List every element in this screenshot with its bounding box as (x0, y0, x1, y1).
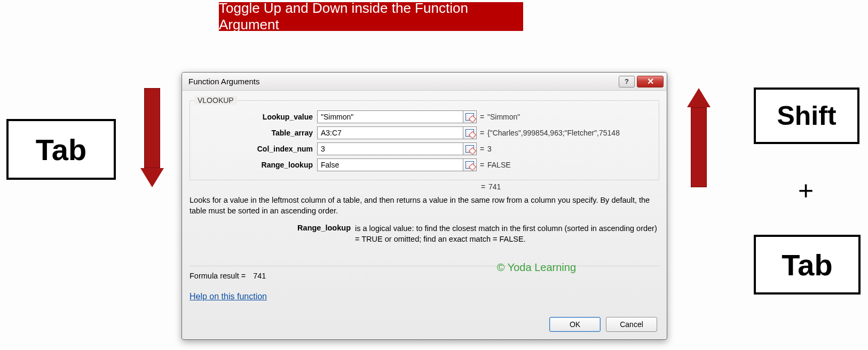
field-row-lookup-value: Lookup_value = "Simmon" (198, 110, 651, 123)
argument-help: Range_lookup is a logical value: to find… (190, 224, 659, 244)
field-row-table-array: Table_array = {"Charles",999854,963;"Fle… (198, 126, 651, 139)
range-picker-button[interactable] (463, 142, 477, 155)
cancel-button[interactable]: Cancel (606, 317, 657, 332)
key-shift: Shift (754, 88, 859, 144)
range-picker-icon (465, 161, 474, 169)
input-col-index[interactable] (317, 142, 463, 155)
argument-help-desc: is a logical value: to find the closest … (355, 224, 659, 244)
help-button[interactable]: ? (619, 76, 635, 88)
range-picker-button[interactable] (463, 158, 477, 171)
formula-result-value: 741 (253, 272, 266, 280)
divider (190, 266, 659, 266)
watermark: © Yoda Learning (497, 261, 576, 274)
arrow-up-icon (687, 88, 711, 187)
range-picker-button[interactable] (463, 126, 477, 139)
help-on-function-link[interactable]: Help on this function (190, 292, 267, 301)
field-row-col-index: Col_index_num = 3 (198, 142, 651, 155)
close-button[interactable]: ✕ (637, 76, 664, 88)
input-table-array[interactable] (317, 126, 463, 139)
final-result: 741 (488, 182, 659, 191)
label-range-lookup: Range_lookup (198, 161, 317, 169)
input-lookup-value[interactable] (317, 110, 463, 123)
dialog-title: Function Arguments (188, 77, 259, 86)
range-picker-icon (465, 129, 474, 137)
function-description: Looks for a value in the leftmost column… (190, 195, 659, 216)
preview-col-index: 3 (487, 145, 651, 153)
key-tab-right: Tab (754, 235, 861, 295)
preview-table-array: {"Charles",999854,963;"Fletcher",75148 (487, 129, 651, 137)
field-row-range-lookup: Range_lookup = FALSE (198, 158, 651, 171)
formula-result-label: Formula result = (190, 272, 246, 280)
range-picker-button[interactable] (463, 110, 477, 123)
arrow-down-icon (140, 88, 164, 187)
function-name: VLOOKUP (194, 96, 237, 105)
preview-lookup-value: "Simmon" (487, 113, 651, 121)
input-range-lookup[interactable] (317, 158, 463, 171)
range-picker-icon (465, 113, 474, 121)
preview-range-lookup: FALSE (487, 161, 651, 169)
instruction-banner: Toggle Up and Down inside the Function A… (219, 2, 523, 31)
label-table-array: Table_array (198, 129, 317, 137)
titlebar: Function Arguments ? ✕ (182, 73, 667, 91)
key-tab-left: Tab (6, 119, 116, 180)
vlookup-fieldset: VLOOKUP Lookup_value = "Simmon" Table_ar… (190, 100, 659, 180)
label-col-index: Col_index_num (198, 145, 317, 153)
plus-sign: + (798, 175, 814, 206)
ok-button[interactable]: OK (549, 317, 601, 332)
function-arguments-dialog: Function Arguments ? ✕ VLOOKUP Lookup_va… (182, 72, 667, 340)
label-lookup-value: Lookup_value (198, 113, 317, 121)
argument-help-name: Range_lookup (190, 224, 355, 244)
final-result-row: = 741 (190, 182, 659, 191)
range-picker-icon (465, 145, 474, 153)
